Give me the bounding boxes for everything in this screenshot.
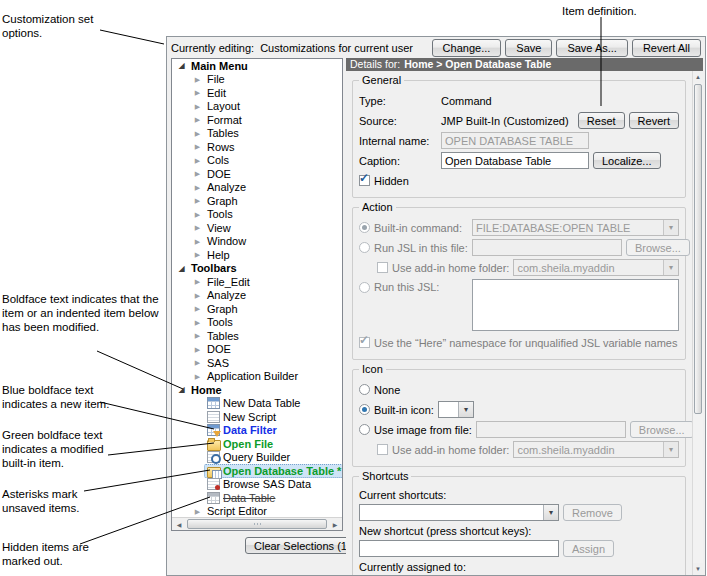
hidden-checkbox[interactable]: ✓	[359, 175, 370, 186]
tree-item-format[interactable]: ▶Format	[172, 113, 342, 127]
tree-item-tools[interactable]: ▶Tools	[172, 316, 342, 330]
tree-collapsed-icon[interactable]: ▶	[191, 100, 204, 113]
details-panel: Details for:Home > Open Database Table G…	[346, 58, 703, 575]
tree-collapsed-icon[interactable]: ▶	[191, 356, 204, 369]
tree-item-file-edit[interactable]: ▶File_Edit	[172, 275, 342, 289]
tree-item-script-editor[interactable]: ▶Script Editor	[172, 505, 342, 518]
tree-horizontal-scrollbar[interactable]: ◀ ▶	[172, 517, 342, 530]
tree-collapsed-icon[interactable]: ▶	[191, 127, 204, 140]
tree-item-help[interactable]: ▶Help	[172, 248, 342, 262]
save-button[interactable]: Save	[505, 39, 552, 57]
icon-none-radio[interactable]	[359, 384, 370, 395]
tree-expanded-icon[interactable]: ◢	[175, 383, 188, 396]
tree-item-application-builder[interactable]: ▶Application Builder	[172, 370, 342, 384]
scroll-left-icon[interactable]: ◀	[172, 518, 186, 530]
tree-collapsed-icon[interactable]: ▶	[191, 343, 204, 356]
tree-collapsed-icon[interactable]: ▶	[191, 370, 204, 383]
reset-button[interactable]: Reset	[578, 112, 625, 129]
clear-selections-button[interactable]: Clear Selections (1)	[245, 537, 360, 554]
tree-item-content: Toolbars	[188, 261, 240, 275]
tree-collapsed-icon[interactable]: ▶	[191, 275, 204, 288]
localize-button[interactable]: Localize...	[593, 152, 661, 169]
tree-item-label: Home	[191, 384, 222, 396]
tree-item-graph[interactable]: ▶Graph	[172, 302, 342, 316]
vertical-scrollbar-thumb[interactable]	[694, 84, 702, 414]
tree-collapsed-icon[interactable]: ▶	[191, 221, 204, 234]
builtin-icon-radio[interactable]	[359, 404, 370, 415]
tree-collapsed-icon[interactable]: ▶	[191, 167, 204, 180]
tree-collapsed-icon[interactable]: ▶	[191, 140, 204, 153]
tree-item-analyze[interactable]: ▶Analyze	[172, 181, 342, 195]
tree-collapsed-icon[interactable]: ▶	[191, 113, 204, 126]
tree-item-rows[interactable]: ▶Rows	[172, 140, 342, 154]
tree-item-doe[interactable]: ▶DOE	[172, 343, 342, 357]
use-image-radio[interactable]	[359, 424, 370, 435]
tree-item-view[interactable]: ▶View	[172, 221, 342, 235]
new-shortcut-input[interactable]	[359, 540, 559, 557]
tree-item-home[interactable]: ◢Home	[172, 383, 342, 397]
tree-item-data-table[interactable]: Data Table	[172, 491, 342, 505]
tree-item-query-builder[interactable]: Query Builder	[172, 451, 342, 465]
revert-button[interactable]: Revert	[629, 112, 679, 129]
tree-item-main-menu[interactable]: ◢Main Menu	[172, 59, 342, 73]
tree-item-new-data-table[interactable]: New Data Table	[172, 397, 342, 411]
change-button[interactable]: Change...	[432, 39, 502, 57]
caption-input[interactable]	[441, 152, 589, 169]
tree-item-sas[interactable]: ▶SAS	[172, 356, 342, 370]
save-as-button[interactable]: Save As...	[556, 39, 628, 57]
tree-collapsed-icon[interactable]: ▶	[191, 194, 204, 207]
tree-item-toolbars[interactable]: ◢Toolbars	[172, 262, 342, 276]
run-this-jsl-textarea[interactable]	[472, 279, 679, 331]
tree-collapsed-icon[interactable]: ▶	[191, 248, 204, 261]
tree-collapsed-icon[interactable]: ▶	[191, 505, 204, 517]
tree-item-graph[interactable]: ▶Graph	[172, 194, 342, 208]
internal-name-input	[441, 132, 589, 149]
tree-collapsed-icon[interactable]: ▶	[191, 86, 204, 99]
tree-collapsed-icon[interactable]: ▶	[191, 235, 204, 248]
revert-all-button[interactable]: Revert All	[632, 39, 701, 57]
tree-collapsed-icon[interactable]: ▶	[191, 181, 204, 194]
action-addin-folder-checkbox	[377, 262, 388, 273]
tree-item-label: Tables	[207, 127, 239, 139]
tree-collapsed-icon[interactable]: ▶	[191, 154, 204, 167]
tree-item-open-file[interactable]: Open File	[172, 437, 342, 451]
tree-collapsed-icon[interactable]: ▶	[191, 316, 204, 329]
current-shortcuts-dropdown[interactable]: ▾	[359, 504, 559, 521]
tree-item-edit[interactable]: ▶Edit	[172, 86, 342, 100]
run-this-jsl-radio[interactable]	[359, 282, 370, 293]
tree-expanded-icon[interactable]: ◢	[175, 59, 188, 72]
tree-item-new-script[interactable]: New Script	[172, 410, 342, 424]
tree-collapsed-icon[interactable]: ▶	[191, 329, 204, 342]
tree-item-tools[interactable]: ▶Tools	[172, 208, 342, 222]
tree-item-window[interactable]: ▶Window	[172, 235, 342, 249]
details-vertical-scrollbar[interactable]: ▲ ▼	[692, 71, 703, 575]
scroll-down-icon[interactable]: ▼	[693, 563, 703, 575]
tree-item-cols[interactable]: ▶Cols	[172, 154, 342, 168]
tree-item-open-database-table[interactable]: Open Database Table *	[172, 464, 342, 478]
tree-collapsed-icon[interactable]: ▶	[191, 208, 204, 221]
run-jsl-file-radio[interactable]	[359, 242, 370, 253]
tree-item-content: File	[204, 72, 228, 86]
tree-item-browse-sas-data[interactable]: Browse SAS Data	[172, 478, 342, 492]
builtin-command-dropdown: FILE:DATABASE:OPEN TABLE ▾	[472, 219, 679, 236]
icon-addin-folder-value: com.sheila.myaddin	[514, 444, 663, 456]
tree-item-doe[interactable]: ▶DOE	[172, 167, 342, 181]
tree-item-layout[interactable]: ▶Layout	[172, 100, 342, 114]
tree-item-content: File_Edit	[204, 275, 253, 289]
scroll-up-icon[interactable]: ▲	[693, 71, 703, 83]
tree-collapsed-icon[interactable]: ▶	[191, 73, 204, 86]
tree-collapsed-icon[interactable]: ▶	[191, 289, 204, 302]
tree-item-tables[interactable]: ▶Tables	[172, 329, 342, 343]
builtin-command-radio[interactable]	[359, 222, 370, 233]
scroll-right-icon[interactable]: ▶	[328, 518, 342, 530]
tree-item-analyze[interactable]: ▶Analyze	[172, 289, 342, 303]
builtin-icon-dropdown[interactable]: ▾	[438, 401, 474, 418]
tree-item-file[interactable]: ▶File	[172, 73, 342, 87]
horizontal-scrollbar-thumb[interactable]	[187, 519, 327, 529]
remove-shortcut-button: Remove	[563, 504, 622, 521]
tree-collapsed-icon[interactable]: ▶	[191, 302, 204, 315]
tree-item-data-filter[interactable]: Data Filter	[172, 424, 342, 438]
tree-expanded-icon[interactable]: ◢	[175, 262, 188, 275]
general-title: General	[359, 74, 404, 86]
tree-item-tables[interactable]: ▶Tables	[172, 127, 342, 141]
